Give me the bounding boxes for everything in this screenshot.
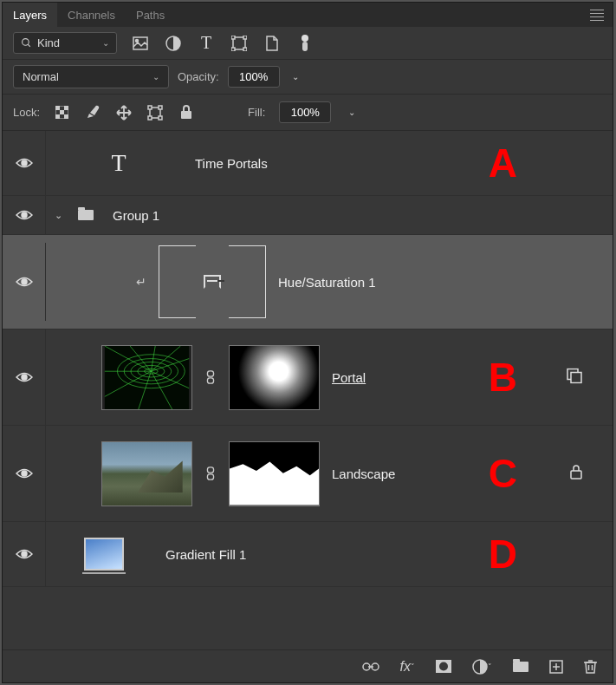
layer-name[interactable]: Hue/Saturation 1	[278, 275, 376, 290]
tab-channels[interactable]: Channels	[57, 3, 126, 27]
svg-rect-50	[207, 474, 213, 480]
link-mask-icon[interactable]	[204, 466, 217, 480]
link-layers-button[interactable]	[362, 662, 379, 672]
svg-rect-22	[159, 116, 162, 120]
mask-thumbnail[interactable]	[229, 441, 320, 506]
add-adjustment-button[interactable]: ˅	[472, 659, 492, 675]
clip-indicator-icon: ↵	[136, 275, 146, 289]
layers-list: T Time Portals A ⌄ Group 1 ↵ Hue/S	[3, 130, 613, 649]
filter-shape-icon[interactable]	[231, 36, 247, 51]
svg-point-52	[22, 551, 27, 557]
svg-point-48	[22, 471, 27, 476]
svg-rect-7	[243, 36, 247, 39]
svg-rect-51	[571, 471, 581, 479]
add-mask-button[interactable]	[436, 660, 451, 673]
svg-rect-11	[302, 42, 308, 51]
filter-pixel-icon[interactable]	[133, 36, 148, 51]
lock-artboard-icon[interactable]	[147, 105, 163, 121]
annotation-letter: D	[489, 531, 517, 577]
visibility-toggle[interactable]	[16, 276, 33, 288]
filter-adjustment-icon[interactable]	[165, 36, 181, 51]
panel-footer: fx˅ ˅	[3, 649, 613, 682]
layer-name[interactable]: Portal	[332, 370, 366, 385]
fill-value: 100%	[291, 106, 320, 119]
group-expand-icon[interactable]: ⌄	[55, 210, 62, 221]
blend-mode-value: Normal	[23, 70, 59, 83]
layer-row-text[interactable]: T Time Portals A	[3, 131, 613, 196]
layer-name[interactable]: Landscape	[332, 466, 395, 481]
svg-point-10	[302, 35, 308, 42]
annotation-letter: B	[489, 354, 517, 401]
annotation-letter: C	[489, 450, 517, 497]
tab-layers[interactable]: Layers	[3, 3, 57, 27]
layer-name[interactable]: Gradient Fill 1	[165, 547, 246, 562]
chevron-down-icon: ⌄	[152, 72, 159, 82]
visibility-toggle[interactable]	[16, 371, 33, 383]
layer-row-group[interactable]: ⌄ Group 1	[3, 196, 613, 235]
layer-name[interactable]: Group 1	[113, 208, 159, 223]
svg-rect-49	[207, 467, 213, 473]
svg-rect-28	[105, 346, 189, 409]
svg-point-24	[22, 160, 27, 166]
layer-row-gradient[interactable]: Gradient Fill 1 D	[3, 522, 613, 587]
blend-mode-select[interactable]: Normal ⌄	[13, 65, 169, 88]
annotation-letter: A	[489, 140, 517, 186]
svg-rect-21	[148, 116, 152, 120]
smart-object-badge-icon	[567, 369, 582, 387]
visibility-toggle[interactable]	[16, 157, 33, 169]
fill-label: Fill:	[248, 106, 265, 119]
lock-position-icon[interactable]	[116, 105, 132, 121]
filter-kind-label: Kind	[37, 36, 60, 49]
fill-chevron-icon[interactable]: ⌄	[345, 108, 359, 117]
layer-row-portal[interactable]: Portal B	[3, 329, 613, 426]
svg-rect-19	[148, 106, 152, 109]
filter-smartobject-icon[interactable]	[264, 36, 280, 51]
layer-thumbnail[interactable]	[101, 441, 192, 506]
layer-row-adjustment[interactable]: ↵ Hue/Saturation 1	[3, 235, 613, 329]
fx-button[interactable]: fx˅	[400, 659, 415, 675]
svg-point-57	[439, 662, 448, 671]
filter-kind-select[interactable]: Kind ⌄	[13, 32, 117, 54]
lock-icons	[54, 105, 194, 121]
hue-saturation-icon	[204, 275, 221, 289]
opacity-label: Opacity:	[178, 70, 219, 83]
svg-rect-23	[181, 111, 191, 119]
lock-paint-icon[interactable]	[85, 105, 101, 121]
svg-rect-17	[64, 114, 68, 119]
filter-row: Kind ⌄ T	[3, 27, 613, 59]
svg-rect-44	[207, 371, 213, 376]
lock-label: Lock:	[13, 106, 40, 119]
opacity-value: 100%	[239, 70, 268, 83]
gradient-thumbnail[interactable]	[84, 538, 124, 571]
opacity-field[interactable]: 100%	[228, 66, 280, 88]
link-mask-icon[interactable]	[204, 370, 217, 384]
delete-layer-button[interactable]	[584, 659, 597, 674]
lock-row: Lock: Fill: 100% ⌄	[3, 95, 613, 130]
svg-point-0	[23, 39, 29, 46]
lock-all-icon[interactable]	[178, 105, 194, 121]
fill-field[interactable]: 100%	[279, 101, 331, 123]
svg-point-26	[22, 279, 27, 284]
tab-paths[interactable]: Paths	[126, 3, 175, 27]
adjustment-thumbnail[interactable]	[159, 244, 266, 320]
folder-icon	[78, 210, 94, 220]
layer-name[interactable]: Time Portals	[195, 156, 268, 171]
visibility-toggle[interactable]	[16, 548, 33, 560]
panel-menu-icon[interactable]	[590, 10, 604, 21]
blend-row: Normal ⌄ Opacity: 100% ⌄	[3, 59, 613, 95]
new-layer-button[interactable]	[549, 660, 563, 674]
layers-panel: Layers Channels Paths Kind ⌄ T Normal ⌄ …	[2, 2, 613, 683]
filter-type-icon[interactable]: T	[198, 36, 214, 51]
new-group-button[interactable]	[513, 662, 528, 672]
lock-transparency-icon[interactable]	[54, 105, 69, 121]
layer-thumbnail[interactable]	[101, 345, 192, 410]
opacity-chevron-icon[interactable]: ⌄	[289, 72, 302, 82]
layer-row-landscape[interactable]: Landscape C	[3, 426, 613, 522]
filter-artboard-icon[interactable]	[297, 36, 313, 51]
visibility-toggle[interactable]	[16, 467, 33, 480]
svg-rect-14	[64, 106, 68, 110]
visibility-toggle[interactable]	[16, 209, 33, 221]
svg-rect-15	[60, 110, 64, 114]
mask-thumbnail[interactable]	[229, 345, 320, 410]
svg-rect-8	[231, 48, 235, 51]
